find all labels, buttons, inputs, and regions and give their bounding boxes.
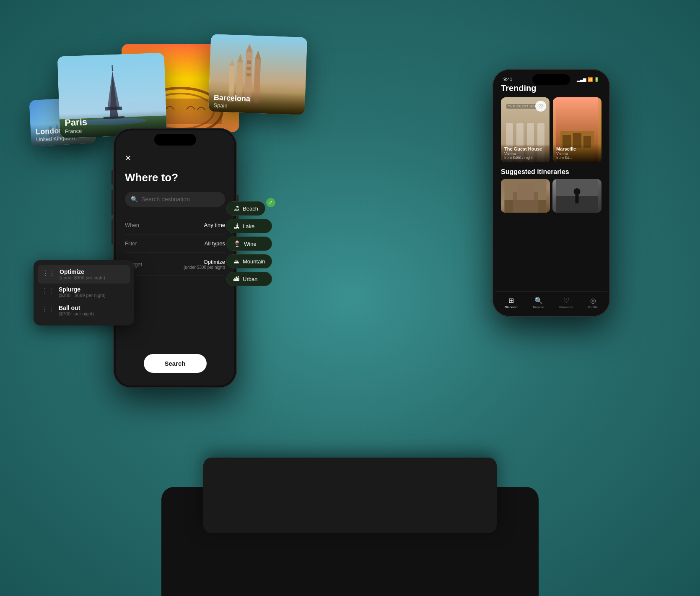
discover-icon: ⊞ — [508, 297, 514, 305]
budget-value: Optimize — [184, 259, 225, 265]
mountain-label: Mountain — [243, 258, 265, 265]
budget-ballout-name: Ball out — [59, 305, 94, 311]
svg-rect-40 — [517, 183, 534, 200]
svg-rect-31 — [246, 73, 251, 76]
budget-optimize-dots: ⋮⋮ — [42, 269, 55, 277]
trending-cards-row: THE GUEST HOUSE ♡ — [501, 97, 601, 162]
mountain-chip[interactable]: ⛰ Mountain — [226, 254, 272, 268]
search-phone: ✕ Where to? 🔍 Search destination When An… — [113, 128, 237, 388]
filter-row[interactable]: Filter All types — [125, 234, 225, 253]
search-button[interactable]: Search — [143, 354, 206, 373]
wifi-icon: 📶 — [588, 77, 593, 82]
budget-splurge-range: ($300 - $699 per night) — [59, 293, 106, 298]
phone-volume-up-button — [111, 190, 113, 215]
nav-browse[interactable]: 🔍 Browse — [533, 297, 544, 309]
svg-rect-13 — [105, 107, 122, 110]
search-close-button[interactable]: ✕ — [125, 154, 225, 163]
phone2-notch — [532, 74, 570, 85]
beach-label: Beach — [243, 206, 258, 212]
wine-label: Wine — [244, 241, 257, 247]
browse-icon: 🔍 — [534, 297, 543, 305]
suggested-grid — [501, 179, 601, 213]
budget-ballout-option[interactable]: ⋮⋮ Ball out ($700+ per night) — [41, 301, 127, 320]
nav-profile[interactable]: ◎ Profile — [588, 297, 598, 309]
budget-optimize-option[interactable]: ⋮⋮ Optimize (under $300 per night) — [38, 265, 130, 284]
nav-favorites-label: Favorites — [559, 305, 573, 309]
budget-sub: (under $300 per night) — [184, 265, 225, 270]
phone-mute-button — [111, 170, 113, 185]
bottom-nav-bar: ⊞ Discover 🔍 Browse ♡ Favorites ◎ Profil… — [495, 291, 607, 314]
svg-rect-44 — [576, 195, 579, 203]
guesthouse-name: The Guest House — [504, 146, 546, 151]
pedestal — [203, 458, 497, 533]
nav-discover[interactable]: ⊞ Discover — [505, 297, 518, 309]
budget-optimize-name: Optimize — [60, 268, 105, 275]
trending-phone: 9:41 ▂▄▆ 📶 🔋 Trending THE GUEST HOUS — [493, 69, 610, 317]
svg-rect-30 — [246, 67, 251, 70]
phone-volume-down-button — [111, 219, 113, 245]
phone-trending-screen: 9:41 ▂▄▆ 📶 🔋 Trending THE GUEST HOUS — [495, 72, 607, 314]
nav-browse-label: Browse — [533, 305, 544, 309]
guesthouse-location: Vienna — [504, 151, 546, 156]
budget-splurge-name: Splurge — [59, 286, 106, 293]
status-time: 9:41 — [503, 77, 512, 82]
budget-splurge-dots: ⋮⋮ — [41, 287, 54, 295]
svg-point-43 — [574, 188, 581, 195]
destination-card-paris[interactable]: Paris France — [57, 53, 167, 138]
mountain-icon: ⛰ — [233, 258, 239, 265]
when-value: Any time — [204, 222, 225, 228]
filter-chips-panel: 🏖 Beach ✓ 🏞 Lake 🍷 Wine ⛰ Mountain 🏙 Urb… — [226, 201, 272, 286]
destination-card-barcelona[interactable]: Barcelona Spain — [208, 34, 307, 115]
budget-popup: ⋮⋮ Optimize (under $300 per night) ⋮⋮ Sp… — [34, 260, 134, 325]
signal-icons: ▂▄▆ 📶 🔋 — [577, 77, 599, 82]
when-row[interactable]: When Any time — [125, 216, 225, 234]
trending-content: Trending THE GUEST HOUSE — [495, 83, 607, 213]
beach-chip[interactable]: 🏖 Beach — [226, 201, 265, 216]
beach-icon: 🏖 — [233, 205, 239, 212]
budget-optimize-range: (under $300 per night) — [60, 275, 105, 280]
svg-rect-29 — [247, 60, 251, 64]
marseille-price: from $4... — [556, 156, 598, 160]
suggested-item-1[interactable] — [501, 179, 550, 213]
budget-ballout-dots: ⋮⋮ — [41, 305, 54, 313]
search-title: Where to? — [125, 171, 225, 184]
wine-icon: 🍷 — [233, 240, 241, 247]
guesthouse-price: from $490 / night — [504, 156, 546, 160]
beach-selected-check: ✓ — [266, 198, 275, 207]
nav-profile-label: Profile — [588, 305, 598, 309]
budget-splurge-option[interactable]: ⋮⋮ Splurge ($300 - $699 per night) — [41, 283, 127, 301]
search-icon: 🔍 — [131, 196, 138, 203]
lake-icon: 🏞 — [233, 223, 239, 229]
battery-icon: 🔋 — [594, 77, 599, 82]
profile-icon: ◎ — [590, 297, 596, 305]
marseille-location: Vienna — [556, 151, 598, 156]
signal-bars: ▂▄▆ — [577, 77, 586, 82]
trending-card-marseille[interactable]: Marseille Vienna from $4... — [553, 97, 601, 162]
lake-label: Lake — [243, 223, 254, 229]
urban-label: Urban — [243, 276, 257, 282]
when-label: When — [125, 222, 139, 228]
marseille-name: Marseille — [556, 146, 598, 151]
suggested-item-2[interactable] — [552, 179, 601, 213]
svg-line-15 — [112, 65, 112, 71]
urban-icon: 🏙 — [233, 276, 239, 282]
nav-favorites[interactable]: ♡ Favorites — [559, 297, 573, 309]
guesthouse-favorite-button[interactable]: ♡ — [535, 101, 546, 112]
phone-notch — [154, 134, 196, 146]
budget-ballout-range: ($700+ per night) — [59, 311, 94, 316]
suggested-section-title: Suggested itineraries — [501, 168, 601, 176]
phone-search-screen: ✕ Where to? 🔍 Search destination When An… — [116, 130, 234, 385]
trending-card-guesthouse[interactable]: THE GUEST HOUSE ♡ — [501, 97, 550, 162]
filter-label: Filter — [125, 240, 137, 247]
budget-row[interactable]: Budget Optimize (under $300 per night) — [125, 253, 225, 276]
search-destination-input[interactable]: 🔍 Search destination — [125, 192, 225, 207]
urban-chip[interactable]: 🏙 Urban — [226, 272, 272, 286]
favorites-icon: ♡ — [563, 297, 569, 305]
lake-chip[interactable]: 🏞 Lake — [226, 219, 272, 233]
search-placeholder-text: Search destination — [141, 196, 190, 203]
beach-chip-wrap: 🏖 Beach ✓ — [226, 201, 272, 216]
nav-discover-label: Discover — [505, 305, 518, 309]
filter-value: All types — [205, 240, 225, 247]
wine-chip[interactable]: 🍷 Wine — [226, 237, 272, 251]
